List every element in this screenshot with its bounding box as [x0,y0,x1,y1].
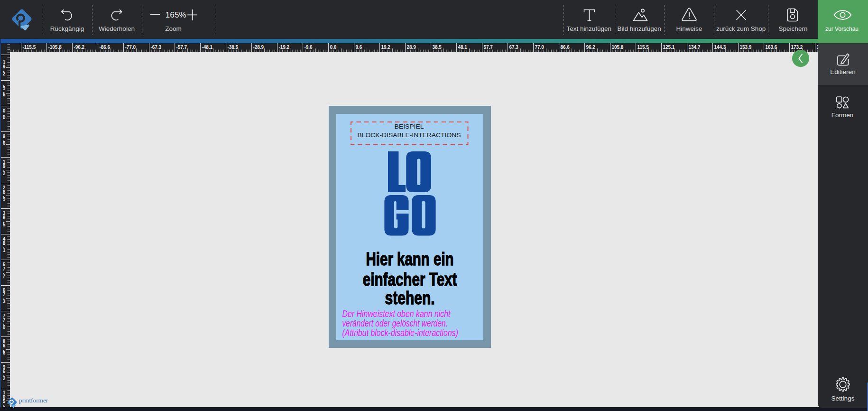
svg-text:125.1: 125.1 [663,44,674,49]
svg-text:3: 3 [3,299,6,304]
svg-text:153.9: 153.9 [739,44,751,49]
svg-text:-19.2: -19.2 [278,44,289,49]
svg-text:-115.5: -115.5 [22,44,36,49]
svg-text:77.0: 77.0 [535,44,544,49]
svg-text:6: 6 [3,140,6,146]
svg-text:Der Hinweistext oben kann nich: Der Hinweistext oben kann nicht [342,309,451,319]
svg-text:6: 6 [3,92,6,97]
svg-text:-9.6: -9.6 [304,44,313,49]
svg-text:5: 5 [3,222,6,227]
svg-text:173.2: 173.2 [791,44,803,49]
svg-text:2: 2 [3,170,6,176]
svg-text:6: 6 [3,350,6,355]
svg-text:38.5: 38.5 [432,44,442,49]
svg-text:einfacher Text: einfacher Text [362,269,457,290]
svg-text:-67.3: -67.3 [150,44,161,49]
svg-text:1: 1 [3,247,6,252]
svg-text:-105.8: -105.8 [48,44,62,49]
svg-text:0.0: 0.0 [330,44,336,49]
svg-text:115.5: 115.5 [637,44,649,49]
svg-text:BEISPIEL: BEISPIEL [394,123,424,130]
svg-text:134.7: 134.7 [688,44,700,49]
svg-text:144.3: 144.3 [714,44,726,49]
svg-text:28.9: 28.9 [406,44,416,49]
svg-text:86.6: 86.6 [560,44,570,49]
svg-text:stehen.: stehen. [385,288,434,308]
svg-text:9.6: 9.6 [355,44,362,49]
svg-text:105.8: 105.8 [611,44,623,49]
svg-text:(Attribut block-disable-intera: (Attribut block-disable-interactions) [342,328,458,338]
svg-text:19.2: 19.2 [381,44,390,49]
svg-text:9: 9 [3,196,6,201]
svg-text:96.2: 96.2 [586,44,595,49]
svg-text:-38.5: -38.5 [227,44,238,49]
svg-text:2: 2 [3,375,6,381]
svg-text:163.6: 163.6 [765,44,777,49]
svg-text:-57.7: -57.7 [176,44,187,49]
svg-text:-48.1: -48.1 [202,44,212,49]
svg-text:-28.9: -28.9 [253,44,264,49]
svg-text:0: 0 [3,115,6,120]
svg-text:7: 7 [3,273,6,278]
svg-text:0: 0 [3,324,6,329]
svg-text:-96.2: -96.2 [74,44,84,49]
svg-text:-86.6: -86.6 [99,44,110,49]
svg-text:67.3: 67.3 [509,44,518,49]
svg-text:verändert oder gelöscht werden: verändert oder gelöscht werden. [342,318,448,328]
svg-text:48.1: 48.1 [458,44,467,49]
svg-text:2: 2 [3,71,6,76]
svg-text:Hier kann ein: Hier kann ein [366,249,453,269]
svg-text:-77.0: -77.0 [125,44,136,49]
svg-text:BLOCK-DISABLE-INTERACTIONS: BLOCK-DISABLE-INTERACTIONS [357,131,461,139]
svg-text:57.7: 57.7 [483,44,493,49]
